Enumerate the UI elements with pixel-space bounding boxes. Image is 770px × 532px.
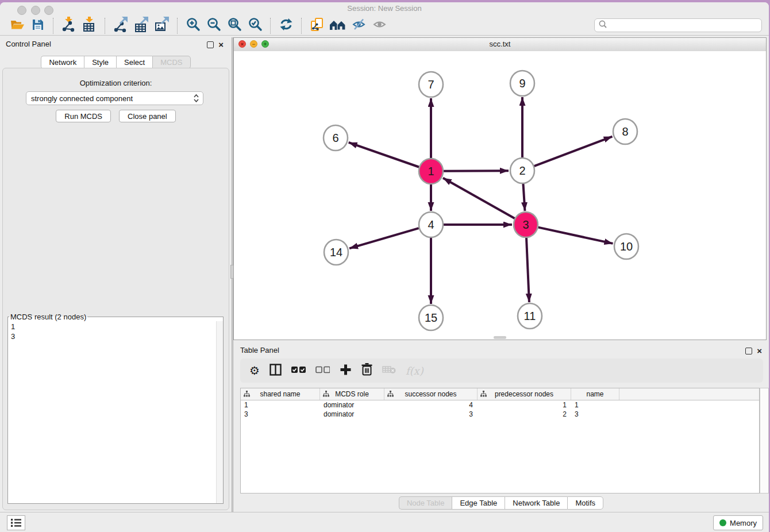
edge-2-8[interactable] xyxy=(534,137,613,167)
edge-1-2[interactable] xyxy=(444,171,509,171)
node-9[interactable]: 9 xyxy=(510,71,534,96)
add-button[interactable] xyxy=(340,364,352,378)
float-panel-icon[interactable] xyxy=(207,41,214,48)
node-11[interactable]: 11 xyxy=(518,303,542,329)
node-label: 7 xyxy=(428,78,434,91)
tab-node-table[interactable]: Node Table xyxy=(399,496,452,510)
titlebar: Session: New Session xyxy=(0,2,769,16)
home-button[interactable] xyxy=(328,17,348,34)
node-label: 2 xyxy=(519,164,525,177)
column-label: name xyxy=(586,390,603,398)
optimization-dropdown[interactable]: strongly connected component xyxy=(26,91,203,105)
table-panel-title: Table Panel xyxy=(240,346,279,354)
table-row[interactable]: 3dominator323 xyxy=(241,410,759,419)
result-scrollbar[interactable] xyxy=(216,321,223,503)
table-row[interactable]: 1dominator411 xyxy=(241,400,759,410)
close-panel-icon[interactable]: × xyxy=(218,42,224,48)
window-title: Session: New Session xyxy=(0,4,769,13)
edge-3-1[interactable] xyxy=(443,178,515,218)
export-network-button[interactable] xyxy=(110,17,131,34)
tab-mcds[interactable]: MCDS xyxy=(152,56,190,69)
save-session-icon xyxy=(32,18,44,33)
zoom-fit-button[interactable] xyxy=(224,17,245,34)
tab-style[interactable]: Style xyxy=(84,56,116,69)
run-mcds-button[interactable]: Run MCDS xyxy=(56,110,111,122)
hide-details-button[interactable] xyxy=(348,17,369,34)
edge-4-14[interactable] xyxy=(349,228,419,248)
dropdown-value: strongly connected component xyxy=(31,94,133,103)
node-8[interactable]: 8 xyxy=(613,119,637,144)
node-15[interactable]: 15 xyxy=(419,305,443,330)
search-input[interactable] xyxy=(594,18,762,32)
node-7[interactable]: 7 xyxy=(419,72,443,97)
table-cell: 2 xyxy=(478,410,571,419)
table-cell: dominator xyxy=(320,410,384,419)
node-1[interactable]: 1 xyxy=(419,159,443,184)
network-canvas[interactable]: 7968124314101511 xyxy=(234,51,766,340)
add-icon xyxy=(340,364,352,378)
node-14[interactable]: 14 xyxy=(324,240,348,265)
export-table-button[interactable] xyxy=(131,17,152,34)
column-header-name[interactable]: name xyxy=(571,388,619,400)
network-graph[interactable]: 7968124314101511 xyxy=(234,51,766,340)
tab-network[interactable]: Network xyxy=(41,56,84,69)
export-network-icon xyxy=(113,17,129,34)
network-hscroll-thumb[interactable] xyxy=(494,336,506,339)
column-header-predecessor-nodes[interactable]: predecessor nodes xyxy=(478,388,571,400)
save-session-button[interactable] xyxy=(28,17,48,34)
toolbar-separator xyxy=(301,18,302,34)
node-4[interactable]: 4 xyxy=(419,212,443,237)
table-cell: 1 xyxy=(478,400,571,410)
import-table-button[interactable] xyxy=(79,17,100,34)
tab-select[interactable]: Select xyxy=(116,56,152,69)
tab-network-table[interactable]: Network Table xyxy=(505,496,567,510)
edge-3-10[interactable] xyxy=(538,228,613,244)
column-header-mcds-role[interactable]: MCDS role xyxy=(320,388,384,400)
table-scrollbar[interactable] xyxy=(760,388,769,494)
delete-table-button xyxy=(382,365,396,376)
memory-button[interactable]: Memory xyxy=(713,515,763,530)
node-6[interactable]: 6 xyxy=(324,125,348,151)
table-cell: 3 xyxy=(384,410,478,419)
memory-status-icon xyxy=(719,519,726,526)
settings-button[interactable]: ⚙ xyxy=(249,365,260,377)
close-panel-button[interactable]: Close panel xyxy=(119,110,176,122)
export-image-button[interactable] xyxy=(152,17,172,34)
clone-network-button[interactable] xyxy=(307,17,328,34)
zoom-selected-button[interactable] xyxy=(245,17,265,34)
import-table-icon xyxy=(82,17,97,34)
node-3[interactable]: 3 xyxy=(514,212,538,237)
tab-motifs[interactable]: Motifs xyxy=(567,496,603,510)
network-title: scc.txt xyxy=(234,40,766,48)
deselect-all-button[interactable] xyxy=(315,365,330,376)
select-all-button[interactable] xyxy=(291,365,306,376)
open-file-button[interactable] xyxy=(7,17,28,34)
edge-2-3[interactable] xyxy=(523,183,525,211)
export-image-icon xyxy=(155,17,170,34)
columns-icon xyxy=(270,364,282,378)
home-icon xyxy=(329,18,346,33)
column-header-shared-name[interactable]: shared name xyxy=(241,388,320,400)
float-table-panel-icon[interactable] xyxy=(745,348,752,354)
refresh-button[interactable] xyxy=(276,17,297,34)
node-10[interactable]: 10 xyxy=(614,234,638,259)
edge-1-6[interactable] xyxy=(349,142,419,167)
delete-icon xyxy=(361,363,372,378)
mcds-panel: Optimization criterion: strongly connect… xyxy=(2,68,229,510)
zoom-out-button[interactable] xyxy=(203,17,224,34)
export-table-icon xyxy=(134,17,149,34)
zoom-in-button[interactable] xyxy=(183,17,203,34)
mcds-result-box: MCDS result (2 nodes) 13 xyxy=(7,313,224,504)
delete-button[interactable] xyxy=(361,363,372,378)
task-history-button[interactable] xyxy=(7,515,25,530)
import-network-button[interactable] xyxy=(59,17,79,34)
columns-button[interactable] xyxy=(270,364,282,378)
open-file-icon xyxy=(10,18,25,33)
status-bar: Memory xyxy=(0,512,769,532)
node-2[interactable]: 2 xyxy=(510,158,534,183)
close-table-panel-icon[interactable]: × xyxy=(757,348,762,354)
show-details-button[interactable] xyxy=(369,17,390,34)
tab-edge-table[interactable]: Edge Table xyxy=(452,496,505,510)
edge-3-11[interactable] xyxy=(526,237,529,302)
column-header-successor-nodes[interactable]: successor nodes xyxy=(384,388,478,400)
